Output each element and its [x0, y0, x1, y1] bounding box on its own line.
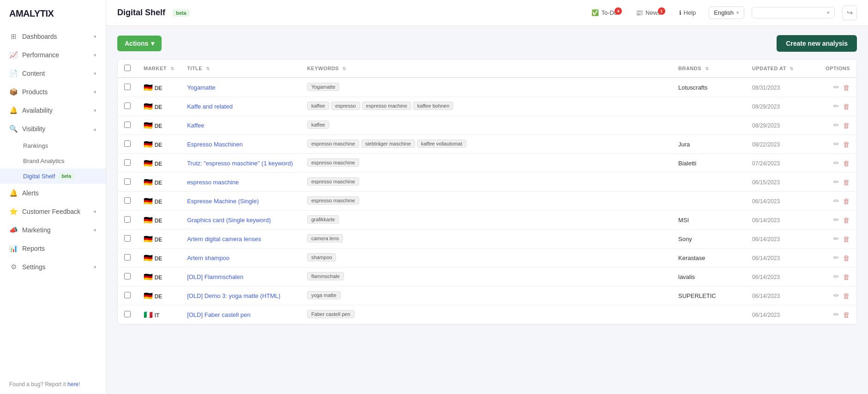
row-checkbox[interactable] [124, 178, 131, 185]
delete-button[interactable]: 🗑 [843, 140, 850, 148]
profile-selector[interactable]: ▾ [752, 7, 835, 18]
sidebar-item-settings[interactable]: ⚙ Settings ▾ [0, 258, 106, 276]
edit-button[interactable]: ✏ [833, 197, 839, 205]
edit-button[interactable]: ✏ [833, 121, 839, 129]
logout-button[interactable]: ↪ [842, 6, 857, 20]
edit-button[interactable]: ✏ [833, 273, 839, 281]
keyword-tag: espresso maschine [307, 158, 359, 167]
flag-icon: 🇮🇹 [144, 311, 153, 319]
delete-button[interactable]: 🗑 [843, 311, 850, 319]
analysis-title-link[interactable]: espresso maschine [187, 179, 239, 186]
brands-cell: Kerastase [672, 249, 746, 267]
delete-button[interactable]: 🗑 [843, 216, 850, 224]
delete-button[interactable]: 🗑 [843, 273, 850, 281]
sidebar-item-dashboards[interactable]: ⊞ Dashboards ▾ [0, 27, 106, 46]
sidebar-item-performance[interactable]: 📈 Performance ▾ [0, 46, 106, 64]
chevron-down-icon: ▾ [94, 227, 96, 233]
create-analysis-button[interactable]: Create new analysis [777, 35, 857, 52]
market-cell: 🇩🇪 DE [137, 78, 181, 97]
todo-button[interactable]: ✅ To-Do 4 [586, 6, 623, 19]
delete-button[interactable]: 🗑 [843, 197, 850, 205]
edit-button[interactable]: ✏ [833, 140, 839, 148]
row-checkbox[interactable] [124, 140, 131, 147]
edit-button[interactable]: ✏ [833, 216, 839, 224]
keyword-tag: kaffee [307, 102, 329, 110]
row-checkbox[interactable] [124, 273, 131, 279]
market-column-header[interactable]: MARKET ⇅ [137, 60, 181, 78]
edit-button[interactable]: ✏ [833, 235, 839, 243]
analysis-title-link[interactable]: Espresse Machine (Single) [187, 198, 259, 205]
analysis-title-link[interactable]: [OLD] Flammschalen [187, 273, 243, 280]
delete-button[interactable]: 🗑 [843, 121, 850, 129]
date-value: 08/29/2023 [752, 122, 780, 129]
updated-at-column-header[interactable]: UPDATED AT ⇅ [746, 60, 810, 78]
sidebar-item-customer-feedback[interactable]: ⭐ Customer Feedback ▾ [0, 202, 106, 221]
edit-button[interactable]: ✏ [833, 310, 839, 319]
sidebar-item-brand-analytics[interactable]: Brand Analytics [0, 153, 106, 169]
row-checkbox[interactable] [124, 216, 131, 223]
analysis-title-link[interactable]: [OLD] Demo 3: yoga matte (HTML) [187, 292, 280, 299]
news-icon: 📰 [636, 9, 643, 16]
delete-button[interactable]: 🗑 [843, 235, 850, 243]
sidebar-item-digital-shelf[interactable]: Digital Shelf beta [0, 169, 106, 184]
table-row: 🇩🇪 DETrutz: "espresso maschine" (1 keywo… [118, 154, 856, 173]
delete-button[interactable]: 🗑 [843, 84, 850, 91]
table-body: 🇩🇪 DEYogamatteYogamatteLotuscrafts08/31/… [118, 78, 856, 324]
sidebar-item-visibility[interactable]: 🔍 Visibility ▴ [0, 120, 106, 138]
bug-report-link[interactable]: here [67, 381, 78, 388]
flag-icon: 🇩🇪 [144, 178, 153, 186]
row-checkbox[interactable] [124, 292, 131, 298]
edit-button[interactable]: ✏ [833, 102, 839, 110]
select-all-checkbox[interactable] [124, 65, 131, 71]
keywords-column-header[interactable]: KEYWORDS ⇅ [301, 60, 672, 78]
delete-button[interactable]: 🗑 [843, 103, 850, 110]
sidebar-item-rankings[interactable]: Rankings [0, 138, 106, 153]
row-checkbox[interactable] [124, 103, 131, 109]
title-cell: espresso maschine [181, 173, 301, 192]
help-button[interactable]: ℹ Help [674, 6, 702, 19]
title-column-header[interactable]: TITLE ⇅ [181, 60, 301, 78]
edit-button[interactable]: ✏ [833, 254, 839, 262]
keyword-tag: Faber castell pen [307, 310, 354, 318]
analysis-title-link[interactable]: [OLD] Faber castell pen [187, 311, 250, 318]
news-button[interactable]: 📰 News 1 [630, 6, 666, 19]
analysis-title-link[interactable]: Graphics card (Single keyword) [187, 217, 271, 224]
sidebar-item-availability[interactable]: 🔔 Availability ▾ [0, 101, 106, 120]
sidebar-item-marketing[interactable]: 📣 Marketing ▾ [0, 221, 106, 239]
edit-button[interactable]: ✏ [833, 178, 839, 186]
analysis-title-link[interactable]: Kaffee [187, 122, 204, 129]
delete-button[interactable]: 🗑 [843, 178, 850, 186]
language-selector[interactable]: English ▾ [709, 6, 744, 19]
row-checkbox[interactable] [124, 121, 131, 128]
row-checkbox[interactable] [124, 84, 131, 90]
analysis-title-link[interactable]: Artem digital camera lenses [187, 236, 261, 242]
sort-icon: ⇅ [790, 66, 794, 71]
edit-button[interactable]: ✏ [833, 159, 839, 167]
row-checkbox[interactable] [124, 311, 131, 317]
sidebar-item-reports[interactable]: 📊 Reports [0, 239, 106, 258]
actions-label: Actions [125, 40, 148, 47]
sidebar-item-content[interactable]: 📄 Content ▾ [0, 64, 106, 83]
sidebar-item-label: Alerts [22, 189, 39, 197]
delete-button[interactable]: 🗑 [843, 292, 850, 300]
sidebar-item-alerts[interactable]: 🔔 Alerts [0, 184, 106, 202]
delete-button[interactable]: 🗑 [843, 254, 850, 262]
sidebar-item-products[interactable]: 📦 Products ▾ [0, 83, 106, 101]
actions-button[interactable]: Actions ▾ [117, 36, 162, 51]
row-checkbox[interactable] [124, 159, 131, 166]
keyword-tag: flammschale [307, 272, 344, 280]
analysis-title-link[interactable]: Yogamatte [187, 84, 216, 91]
edit-button[interactable]: ✏ [833, 83, 839, 91]
options-cell: ✏🗑 [810, 211, 856, 230]
edit-button[interactable]: ✏ [833, 291, 839, 300]
row-checkbox[interactable] [124, 235, 131, 242]
digital-shelf-label: Digital Shelf [23, 173, 55, 180]
delete-button[interactable]: 🗑 [843, 159, 850, 167]
analysis-title-link[interactable]: Kaffe and related [187, 103, 233, 110]
row-checkbox[interactable] [124, 254, 131, 261]
analysis-title-link[interactable]: Artem shampoo [187, 255, 229, 261]
analysis-title-link[interactable]: Espresso Maschinen [187, 141, 243, 148]
row-checkbox[interactable] [124, 197, 131, 204]
brands-column-header[interactable]: BRANDS ⇅ [672, 60, 746, 78]
analysis-title-link[interactable]: Trutz: "espresso maschine" (1 keyword) [187, 160, 293, 167]
